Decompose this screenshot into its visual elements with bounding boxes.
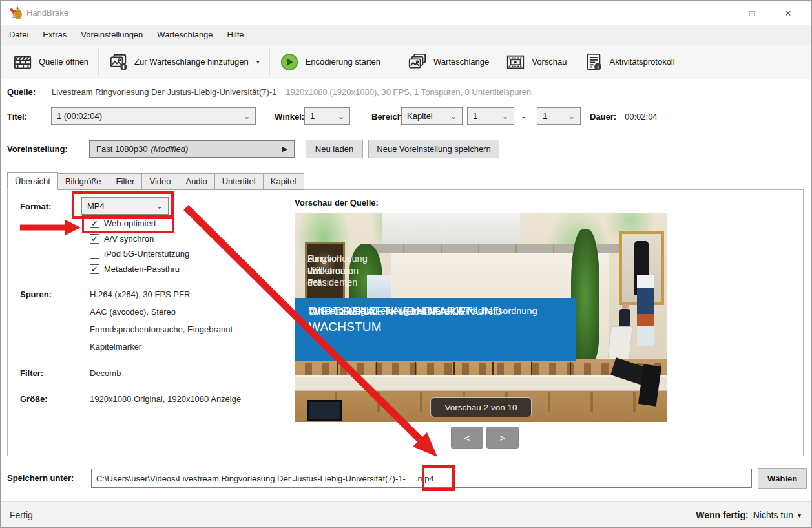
chevron-down-icon: ⌄ bbox=[450, 112, 457, 120]
activity-log-label: Aktivitätsprotokoll bbox=[610, 57, 675, 67]
tab-audio[interactable]: Audio bbox=[178, 173, 214, 190]
when-done-group: Wenn fertig: Nichts tun ▾ bbox=[696, 510, 801, 520]
dropdown-arrow-icon[interactable]: ▾ bbox=[798, 512, 801, 519]
menu-extras[interactable]: Extras bbox=[36, 25, 74, 45]
play-circle-icon bbox=[280, 52, 299, 72]
chevron-down-icon: ⌄ bbox=[338, 112, 344, 120]
open-source-button[interactable]: Quelle öffnen bbox=[5, 47, 97, 77]
source-row: Quelle: Livestream Ringvorlesung Der Jus… bbox=[7, 87, 531, 97]
menu-datei[interactable]: Datei bbox=[2, 25, 36, 45]
tab-video[interactable]: Video bbox=[142, 173, 178, 190]
bereich-value: Kapitel bbox=[407, 111, 433, 121]
filmstrip-icon bbox=[506, 52, 525, 72]
add-to-queue-button[interactable]: Zur Warteschlange hinzufügen ▾ bbox=[100, 47, 268, 77]
clapperboard-icon bbox=[13, 52, 32, 72]
open-source-label: Quelle öffnen bbox=[39, 57, 88, 67]
preview-label: Vorschau bbox=[532, 57, 567, 67]
preview-lectern bbox=[607, 326, 632, 360]
checkbox-label: iPod 5G-Unterstützung bbox=[104, 249, 189, 259]
preview-image: Herzlich Willkommen zum Livestream der R… bbox=[295, 213, 667, 422]
menu-voreinstellungen[interactable]: Voreinstellungen bbox=[74, 25, 150, 45]
checkbox-box: ✓ bbox=[90, 234, 99, 244]
bereich-label: Bereich: bbox=[371, 112, 405, 121]
preset-modified-suffix: (Modified) bbox=[151, 144, 189, 154]
range-separator: - bbox=[522, 112, 525, 121]
window-title: HandBrake bbox=[26, 8, 68, 17]
source-label: Quelle: bbox=[7, 87, 36, 97]
preview-prev-button[interactable]: < bbox=[451, 427, 483, 449]
winkel-label: Winkel: bbox=[275, 112, 304, 121]
tab-untertitel[interactable]: Untertitel bbox=[215, 173, 264, 190]
bereich-select[interactable]: Kapitel ⌄ bbox=[401, 107, 463, 125]
winkel-select[interactable]: 1 ⌄ bbox=[304, 107, 350, 125]
format-label: Format: bbox=[20, 202, 51, 211]
destination-path-input[interactable]: C:\Users\user\Videos\Livestream Ringvorl… bbox=[91, 469, 752, 488]
checkbox-box: ✓ bbox=[90, 218, 99, 228]
groesse-label: Größe: bbox=[20, 394, 48, 404]
preview-laptop bbox=[307, 400, 342, 421]
format-value: MP4 bbox=[87, 201, 105, 211]
checkbox-av-sync[interactable]: ✓ A/V synchron bbox=[90, 234, 154, 244]
when-done-select[interactable]: Nichts tun bbox=[753, 510, 793, 520]
title-bar: HandBrake – □ ✕ bbox=[1, 1, 811, 25]
save-preset-button[interactable]: Neue Voreinstellung speichern bbox=[368, 140, 499, 158]
toolbar-separator bbox=[269, 48, 270, 76]
activity-log-button[interactable]: Aktivitätsprotokoll bbox=[576, 47, 683, 77]
chevron-down-icon: ⌄ bbox=[502, 112, 508, 120]
winkel-value: 1 bbox=[310, 111, 315, 121]
check-icon: ✓ bbox=[91, 219, 98, 227]
preview-button[interactable]: Vorschau bbox=[497, 47, 575, 77]
maximize-button[interactable]: □ bbox=[734, 1, 770, 25]
preview-next-button[interactable]: > bbox=[486, 427, 519, 449]
dropdown-arrow-icon[interactable]: ▾ bbox=[256, 58, 260, 65]
range-start-select[interactable]: 1 ⌄ bbox=[467, 107, 514, 125]
spuren-line-audio: AAC (avcodec), Stereo bbox=[90, 307, 176, 317]
tab-filter[interactable]: Filter bbox=[109, 173, 143, 190]
titel-value: 1 (00:02:04) bbox=[57, 111, 102, 121]
minimize-button[interactable]: – bbox=[698, 1, 734, 25]
check-icon: ✓ bbox=[91, 265, 98, 273]
checkbox-ipod5g[interactable]: ✓ iPod 5G-Unterstützung bbox=[90, 249, 189, 259]
flyout-arrow-icon: ▶ bbox=[282, 145, 287, 153]
menu-bar: Datei Extras Voreinstellungen Warteschla… bbox=[1, 25, 811, 45]
titel-select[interactable]: 1 (00:02:04) ⌄ bbox=[51, 107, 256, 125]
range-end-select[interactable]: 1 ⌄ bbox=[537, 107, 581, 125]
toolbar-separator bbox=[98, 48, 99, 76]
preset-value: Fast 1080p30 bbox=[96, 144, 148, 154]
preview-heading: Vorschau der Quelle: bbox=[295, 198, 379, 207]
dauer-value: 00:02:04 bbox=[625, 112, 658, 121]
preview-lecture-banner: WIRTSCHAFT NEU DENKEN - DIE GRENZEN VON … bbox=[295, 298, 576, 361]
range-start-value: 1 bbox=[473, 111, 477, 121]
groesse-value: 1920x1080 Original, 1920x1080 Anzeige bbox=[90, 394, 241, 404]
chevron-down-icon: ⌄ bbox=[244, 112, 250, 120]
preset-select[interactable]: Fast 1080p30 (Modified) ▶ bbox=[89, 140, 295, 158]
preview-rollup-banner bbox=[637, 275, 654, 346]
destination-extension: .mp4 bbox=[415, 474, 434, 483]
tab-uebersicht[interactable]: Übersicht bbox=[7, 172, 58, 190]
handbrake-logo-icon bbox=[9, 6, 23, 20]
preset-label: Voreinstellung: bbox=[7, 144, 68, 154]
slide-text-line: Ringvorlesung des Präsidenten bbox=[307, 253, 368, 289]
spuren-line-subtitles: Fremdsprachentonsuche, Eingebrannt bbox=[90, 324, 233, 334]
status-text: Fertig bbox=[10, 510, 33, 520]
preview-table bbox=[295, 375, 667, 391]
browse-button[interactable]: Wählen bbox=[758, 468, 807, 489]
tab-strip: Übersicht Bildgröße Filter Video Audio U… bbox=[7, 173, 304, 190]
format-select[interactable]: MP4 ⌄ bbox=[81, 197, 169, 215]
menu-warteschlange[interactable]: Warteschlange bbox=[150, 25, 220, 45]
start-encode-label: Encodierung starten bbox=[306, 57, 380, 67]
tab-kapitel[interactable]: Kapitel bbox=[264, 173, 304, 190]
start-encode-button[interactable]: Encodierung starten bbox=[271, 47, 389, 77]
checkbox-metadata-passthru[interactable]: ✓ Metadaten-Passthru bbox=[90, 264, 180, 274]
menu-hilfe[interactable]: Hilfe bbox=[220, 25, 251, 45]
tab-bildgroesse[interactable]: Bildgröße bbox=[58, 173, 109, 190]
preview-page-indicator: Vorschau 2 von 10 bbox=[430, 397, 532, 417]
spuren-line-video: H.264 (x264), 30 FPS PFR bbox=[90, 290, 190, 299]
close-button[interactable]: ✕ bbox=[770, 1, 806, 25]
reload-preset-button[interactable]: Neu laden bbox=[306, 140, 363, 158]
destination-path: C:\Users\user\Videos\Livestream Ringvorl… bbox=[96, 474, 406, 483]
queue-button[interactable]: Warteschlange bbox=[399, 47, 497, 77]
chevron-down-icon: ⌄ bbox=[568, 112, 575, 120]
preview-projection-screen bbox=[382, 213, 520, 246]
checkbox-web-optimized[interactable]: ✓ Web-optimiert bbox=[90, 218, 156, 228]
